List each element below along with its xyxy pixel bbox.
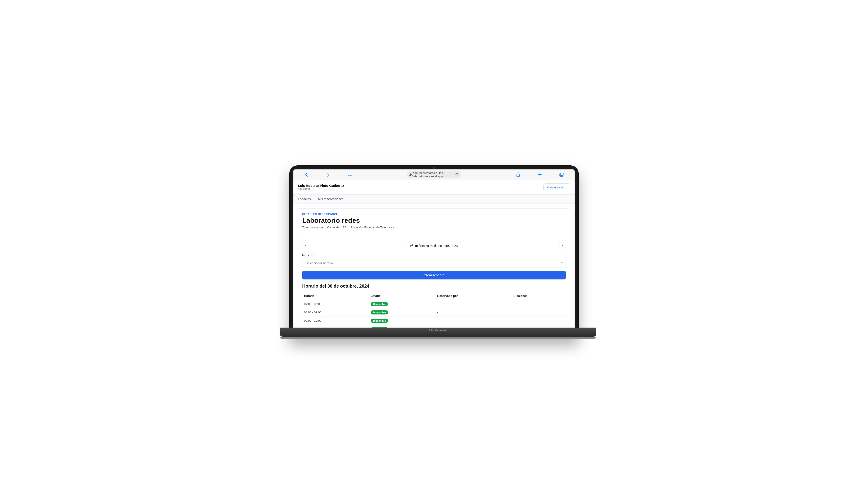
col-reserved: Reservado por (435, 292, 513, 300)
schedule-label: Horario (302, 253, 566, 257)
status-cell: Disponible (369, 300, 435, 308)
safari-toolbar: AA control-prestamo-aulas-laboratorios.v… (293, 169, 575, 180)
space-meta: Tipo: Laboratory Capacidad: 25 Ubicación… (302, 226, 566, 229)
back-button[interactable] (302, 170, 311, 179)
reload-button[interactable] (455, 173, 459, 176)
laptop-camera (433, 167, 435, 169)
app-header: Luis Roberto Pinto Gutierrez STUDENT Cer… (293, 180, 575, 194)
url-text: control-prestamo-aulas-laboratorios.verc… (413, 171, 459, 178)
book-icon (348, 172, 352, 177)
col-actions: Acciones (513, 292, 566, 300)
create-reservation-button[interactable]: Crear reserva (302, 271, 566, 280)
chevron-right-icon (327, 172, 330, 177)
app-container: Luis Roberto Pinto Gutierrez STUDENT Cer… (293, 180, 575, 328)
time-cell: 07:00 - 08:00 (302, 300, 369, 308)
reserved-cell: - (435, 300, 513, 308)
logout-button[interactable]: Cerrar sesión (544, 183, 570, 191)
date-navigation: miércoles 30 de octubre, 2024 (302, 242, 566, 249)
time-cell: 08:00 - 09:00 (302, 308, 369, 316)
reserved-cell: - (435, 325, 513, 328)
time-cell: 09:00 - 10:00 (302, 316, 369, 325)
svg-rect-1 (560, 173, 563, 176)
address-bar[interactable]: AA control-prestamo-aulas-laboratorios.v… (407, 171, 461, 178)
nav-tabs: Espacios Mis reservaciones (293, 194, 575, 204)
actions-cell (513, 316, 566, 325)
space-details-card: DETALLES DEL ESPACIO Laboratorio redes T… (298, 208, 570, 233)
date-picker-button[interactable]: miércoles 30 de octubre, 2024 (407, 242, 461, 249)
bookmarks-button[interactable] (346, 170, 354, 179)
tabs-button[interactable] (557, 170, 566, 179)
user-name: Luis Roberto Pinto Gutierrez (298, 183, 344, 188)
table-row: 07:00 - 08:00 Disponible - (302, 300, 566, 308)
share-icon (516, 172, 520, 177)
chevron-right-icon (561, 244, 563, 247)
tab-mis-reservaciones[interactable]: Mis reservaciones (318, 195, 344, 203)
svg-rect-2 (411, 245, 413, 247)
reserved-cell: - (435, 316, 513, 325)
reserved-cell: - (435, 308, 513, 316)
actions-cell (513, 300, 566, 308)
col-schedule: Horario (302, 292, 369, 300)
next-day-button[interactable] (559, 242, 566, 249)
time-cell: 10:00 - 11:00 (302, 325, 369, 328)
share-button[interactable] (514, 170, 522, 179)
laptop-base: MacBook Air (280, 328, 596, 337)
content: DETALLES DEL ESPACIO Laboratorio redes T… (293, 204, 575, 328)
col-status: Estado (369, 292, 435, 300)
tabs-icon (559, 172, 564, 177)
status-badge: Disponible (371, 311, 388, 314)
calendar-icon (410, 244, 413, 248)
laptop-model-label: MacBook Air (429, 328, 447, 332)
plus-icon (538, 172, 542, 177)
actions-cell (513, 325, 566, 328)
tab-espacios[interactable]: Espacios (298, 195, 311, 203)
reload-icon (455, 173, 459, 176)
details-eyebrow: DETALLES DEL ESPACIO (302, 212, 566, 216)
type-meta: Tipo: Laboratory (302, 226, 323, 229)
forward-button[interactable] (324, 170, 332, 179)
laptop-frame: AA control-prestamo-aulas-laboratorios.v… (289, 165, 579, 339)
status-badge: Disponible (371, 319, 388, 323)
chevron-left-icon (305, 172, 308, 177)
user-role: STUDENT (298, 188, 344, 191)
reader-icon[interactable]: AA (409, 173, 413, 176)
space-title: Laboratorio redes (302, 217, 566, 224)
user-info: Luis Roberto Pinto Gutierrez STUDENT (298, 183, 344, 191)
location-meta: Ubicación: Facultad de Telemática (350, 226, 394, 229)
schedule-table-title: Horario del 30 de octubre, 2024 (302, 284, 566, 289)
capacity-meta: Capacidad: 25 (327, 226, 346, 229)
status-cell: Disponible (369, 325, 435, 328)
table-row: 09:00 - 10:00 Disponible - (302, 316, 566, 325)
booking-card: miércoles 30 de octubre, 2024 Horario (298, 238, 570, 328)
status-badge: Disponible (371, 302, 388, 306)
laptop-bottom-edge (280, 337, 596, 339)
screen: AA control-prestamo-aulas-laboratorios.v… (293, 169, 575, 328)
schedule-table: Horario Estado Reservado por Acciones 07… (302, 292, 566, 328)
chevron-left-icon (305, 244, 307, 247)
current-date: miércoles 30 de octubre, 2024 (415, 244, 458, 248)
schedule-select[interactable] (302, 259, 566, 267)
status-cell: Disponible (369, 308, 435, 316)
new-tab-button[interactable] (536, 170, 544, 179)
schedule-select-wrap (302, 259, 566, 267)
table-row: 10:00 - 11:00 Disponible - (302, 325, 566, 328)
status-cell: Disponible (369, 316, 435, 325)
actions-cell (513, 308, 566, 316)
table-row: 08:00 - 09:00 Disponible - (302, 308, 566, 316)
prev-day-button[interactable] (302, 242, 309, 249)
